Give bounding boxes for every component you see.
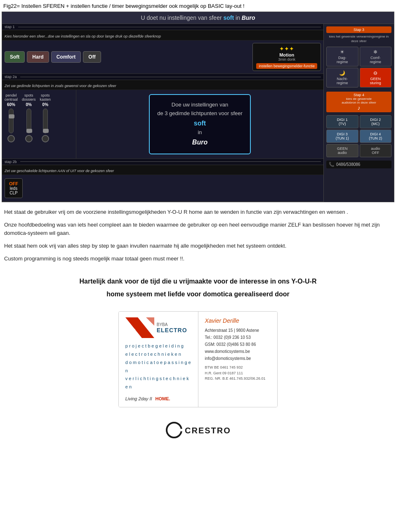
motion-sub: 3min donk (256, 57, 317, 61)
motion-area: ✦✦✦ Motion 3min donk instellen bewegings… (252, 43, 321, 71)
regime-nacht[interactable]: 🌙 Nacht-regime (326, 68, 358, 87)
web-line: www.domoticsystems.be (205, 348, 271, 355)
body-p4: Custom programming is nog steeds mogelij… (4, 255, 392, 263)
btw-line: BTW BE 0461 745 932 (205, 365, 271, 371)
audio-grid: DIGI 1(TV) DIGI 2(MC) DIGI 3(TUN 1) DIGI… (326, 115, 391, 157)
bc-logo: DX BYBA ELECTRO (125, 317, 191, 338)
dimmer-dossiers (25, 135, 33, 142)
email-line: info@domoticsystems.be (205, 355, 271, 362)
stap2b-label: stap 2b (5, 160, 17, 164)
business-card-wrapper: DX BYBA ELECTRO p r o j e c t b e g e l … (0, 304, 396, 415)
slider-kasten[interactable] (43, 109, 48, 133)
home-logo: HOME. (156, 396, 170, 401)
regime-grid: ☀ Dag-regime ❄ Comf-regime 🌙 Nacht-regim… (326, 47, 391, 87)
audio-digi4[interactable]: DIGI 4(TUN 2) (360, 130, 392, 143)
gsm-line: GSM: 0032 (0)486 53 80 86 (205, 341, 271, 348)
address-line: Achterstraat 15 | 9800 Astene (205, 327, 271, 334)
ib-line2: de 3 gedimde lichtpunten voor sfeer (157, 109, 243, 118)
body-p1: Het staat de gebruiker vrij om de voorzi… (4, 208, 392, 217)
sfeer-btn-hard[interactable]: Hard (27, 51, 49, 63)
phone-icon: 📞 (329, 162, 335, 167)
audio-digi2[interactable]: DIGI 2(MC) (360, 115, 392, 128)
light-point-kasten: spotskasten 0% (40, 93, 51, 155)
switched-point-leds: OFF ledsCLP (5, 178, 23, 198)
stap1-section: stap 1 Kies hieronder een sfeer...doe uw… (2, 24, 323, 74)
living2day: Living 2day II (125, 396, 152, 401)
svg-point-3 (167, 423, 182, 437)
stap2a-instruction: Zet uw gedimde lichtpunten in zoals gewe… (5, 84, 116, 88)
audio-off[interactable]: audioOFF (360, 144, 392, 157)
stap3-header: Stap 3 (326, 26, 391, 33)
regime-geen[interactable]: ⊖ GEENsturing (360, 68, 392, 87)
stap2a-label: stap 2a (5, 75, 17, 79)
phone-bar: 📞 0486/538086 (326, 161, 391, 168)
audio-digi1[interactable]: DIGI 1(TV) (326, 115, 358, 128)
audio-digi3[interactable]: DIGI 3(TUN 1) (326, 130, 358, 143)
dimmer-kasten (42, 135, 49, 142)
bc-right: Xavier Derille Achterstraat 15 | 9800 As… (198, 312, 278, 407)
comf-label: Comf-regime (370, 56, 381, 64)
stap2a-section: stap 2a Zet uw gedimde lichtpunten in zo… (2, 74, 323, 159)
motion-btn[interactable]: instellen bewegingsmelder-functie (256, 63, 317, 69)
stap4-label: Stap 4 (354, 93, 364, 97)
lp-pct-kasten: 0% (42, 102, 48, 107)
closing-section: Hartelijk dank voor de tijd die u vrijma… (0, 272, 396, 304)
music-icon: ♪ (358, 104, 361, 111)
ib-soft: soft (157, 118, 243, 129)
electro-name: BYBA ELECTRO (157, 322, 187, 333)
ui-panel: U doet nu instellingen van sfeer soft in… (2, 12, 394, 202)
panel-header: U doet nu instellingen van sfeer soft in… (2, 12, 394, 24)
header-soft: soft (223, 14, 234, 21)
service-2: e l e c t r o t e c h n i e k e n (125, 350, 191, 359)
svg-text:CRESTRON: CRESTRON (185, 426, 231, 435)
service-4: v e r l i c h t i n g s t e c h n i e k … (125, 375, 191, 391)
stap1-instruction: Kies hieronder een sfeer...doe uw instel… (5, 34, 161, 38)
dx-logo-svg: DX (125, 317, 154, 338)
ib-buro: Buro (157, 137, 243, 148)
panel-body: stap 1 Kies hieronder een sfeer...doe uw… (2, 24, 394, 202)
ib-line1: Doe uw instellingen van (157, 101, 243, 109)
crestron-area: CRESTRON (0, 415, 396, 447)
caption-text: Fig22= Instellen SFEREN + instellen func… (3, 3, 245, 9)
slider-dossiers[interactable] (26, 109, 31, 133)
body-text: Het staat de gebruiker vrij om de voorzi… (0, 202, 396, 272)
nacht-label: Nacht-regime (337, 77, 348, 85)
regime-dag[interactable]: ☀ Dag-regime (326, 47, 358, 66)
panel-main: stap 1 Kies hieronder een sfeer...doe uw… (2, 24, 324, 202)
sfeer-btn-comfort[interactable]: Comfort (51, 51, 81, 63)
light-point-pendel: pendelcentraal 60% (5, 93, 18, 155)
sfeer-btn-soft[interactable]: Soft (5, 51, 25, 63)
stap2b-section: stap 2b Zet uw geschakelde lichtpunten A… (2, 159, 323, 202)
service-1: p r o j e c t b e g e l e i d i n g (125, 342, 191, 350)
svg-text:DX: DX (127, 328, 136, 334)
nacht-icon: 🌙 (328, 70, 356, 76)
sfeer-btn-off[interactable]: Off (83, 51, 101, 63)
service-3: d o m o t i c a t o e p a s s i n g e n (125, 359, 191, 375)
body-p3: Het staat hem ook vrij van alles step by… (4, 242, 392, 251)
header-buro: Buro (242, 14, 255, 21)
dag-label: Dag-regime (337, 56, 348, 64)
sp-name: ledsCLP (9, 186, 18, 195)
business-card: DX BYBA ELECTRO p r o j e c t b e g e l … (118, 311, 278, 407)
closing-line1: Hartelijk dank voor de tijd die u vrijma… (4, 276, 392, 287)
hr-line: H.R. Gent 09 0187 111 (205, 371, 271, 376)
bc-left: DX BYBA ELECTRO p r o j e c t b e g e l … (119, 312, 198, 407)
closing-line2: home systeem met liefde voor domotica ge… (4, 288, 392, 300)
stap4-sub: kies de gewensteaudiobron in deze sfeer (328, 97, 389, 104)
geen-icon: ⊖ (362, 70, 390, 76)
contact-name: Xavier Derille (205, 317, 271, 324)
audio-geen[interactable]: GEENaudio (326, 144, 358, 157)
stap2b-points: OFF ledsCLP (2, 175, 323, 201)
bc-address: Achterstraat 15 | 9800 Astene Tel.: 0032… (205, 327, 271, 362)
stap3-sub: kies het gewenste verwarmingsregime in d… (326, 35, 391, 43)
body-p2: Onze hoofdbedoeling was van iets heel co… (4, 221, 392, 238)
regime-comf[interactable]: ❄ Comf-regime (360, 47, 392, 66)
bc-services: p r o j e c t b e g e l e i d i n g e l … (125, 342, 191, 391)
lp-name-dossiers: spotsdossiers (22, 93, 36, 102)
stap3-label: Stap 3 (354, 28, 364, 32)
crestron-logo: CRESTRON (165, 420, 231, 442)
light-point-dossiers: spotsdossiers 0% (22, 93, 36, 155)
slider-pendel[interactable] (9, 109, 14, 133)
byba-text: BYBA (157, 322, 187, 327)
panel-right: Stap 3 kies het gewenste verwarmingsregi… (324, 24, 394, 202)
